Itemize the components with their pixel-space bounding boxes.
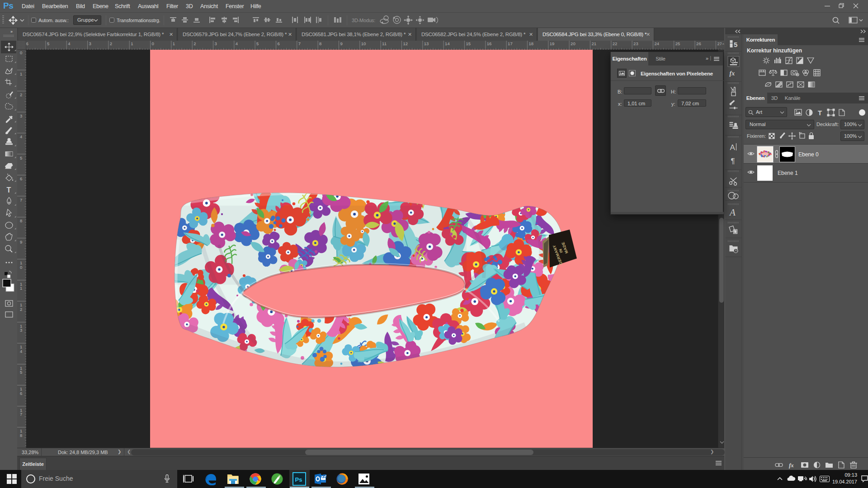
svg-text:5: 5 bbox=[256, 41, 259, 46]
svg-text:27: 27 bbox=[717, 41, 722, 46]
svg-text:21: 21 bbox=[591, 41, 596, 46]
svg-text:25: 25 bbox=[675, 41, 680, 46]
svg-text:Ps: Ps bbox=[295, 476, 302, 483]
svg-text:24: 24 bbox=[654, 41, 659, 46]
svg-text:9: 9 bbox=[340, 41, 343, 46]
svg-text:23: 23 bbox=[633, 41, 638, 46]
svg-text:5: 5 bbox=[20, 155, 22, 160]
svg-text:1: 1 bbox=[173, 41, 175, 46]
svg-text:15: 15 bbox=[466, 41, 471, 46]
svg-text:18: 18 bbox=[528, 41, 533, 46]
svg-text:7: 7 bbox=[20, 197, 22, 202]
svg-text:19: 19 bbox=[550, 41, 555, 46]
svg-text:6: 6 bbox=[20, 391, 22, 396]
svg-text:A: A bbox=[729, 207, 736, 218]
svg-text:7: 7 bbox=[298, 41, 301, 46]
svg-text:5: 5 bbox=[20, 370, 22, 375]
svg-text:8: 8 bbox=[319, 41, 321, 46]
svg-text:3: 3 bbox=[20, 113, 22, 118]
svg-text:20: 20 bbox=[571, 41, 576, 46]
svg-text:0: 0 bbox=[20, 265, 22, 270]
svg-text:2: 2 bbox=[20, 92, 22, 97]
svg-text:0: 0 bbox=[152, 41, 154, 46]
svg-text:8: 8 bbox=[20, 218, 22, 223]
svg-text:10: 10 bbox=[361, 41, 366, 46]
svg-text:2: 2 bbox=[20, 307, 22, 312]
svg-text:11: 11 bbox=[382, 41, 387, 46]
svg-text:0: 0 bbox=[20, 50, 22, 55]
svg-text:9: 9 bbox=[20, 239, 22, 244]
svg-text:fx: fx bbox=[730, 70, 735, 77]
svg-text:26: 26 bbox=[696, 41, 701, 46]
svg-text:6: 6 bbox=[20, 176, 22, 181]
svg-text:T: T bbox=[818, 109, 822, 117]
svg-text:1: 1 bbox=[131, 41, 133, 46]
svg-text:13: 13 bbox=[424, 41, 429, 46]
svg-text:7: 7 bbox=[20, 412, 22, 417]
svg-text:A: A bbox=[730, 143, 736, 152]
svg-text:3: 3 bbox=[20, 328, 22, 333]
svg-text:14: 14 bbox=[445, 41, 450, 46]
svg-text:1: 1 bbox=[20, 71, 22, 76]
svg-text:2: 2 bbox=[110, 41, 112, 46]
svg-text:T: T bbox=[7, 186, 11, 194]
svg-text:5: 5 bbox=[734, 41, 737, 48]
svg-text:4: 4 bbox=[236, 41, 238, 46]
svg-text:fx: fx bbox=[789, 462, 794, 469]
svg-text:22: 22 bbox=[613, 41, 618, 46]
svg-text:3: 3 bbox=[215, 41, 217, 46]
svg-text:1: 1 bbox=[20, 286, 22, 291]
svg-text:17: 17 bbox=[508, 41, 513, 46]
svg-text:5: 5 bbox=[47, 41, 49, 46]
svg-text:4: 4 bbox=[20, 349, 22, 354]
svg-text:3: 3 bbox=[89, 41, 91, 46]
svg-text:4: 4 bbox=[68, 41, 70, 46]
svg-text:4: 4 bbox=[20, 134, 22, 139]
svg-text:6: 6 bbox=[278, 41, 280, 46]
svg-text:»: » bbox=[10, 29, 13, 34]
svg-text:6: 6 bbox=[26, 41, 28, 46]
svg-text:¶: ¶ bbox=[731, 157, 735, 165]
svg-text:12: 12 bbox=[403, 41, 408, 46]
svg-text:8: 8 bbox=[20, 433, 22, 438]
svg-text:16: 16 bbox=[487, 41, 492, 46]
svg-text:2: 2 bbox=[193, 41, 196, 46]
